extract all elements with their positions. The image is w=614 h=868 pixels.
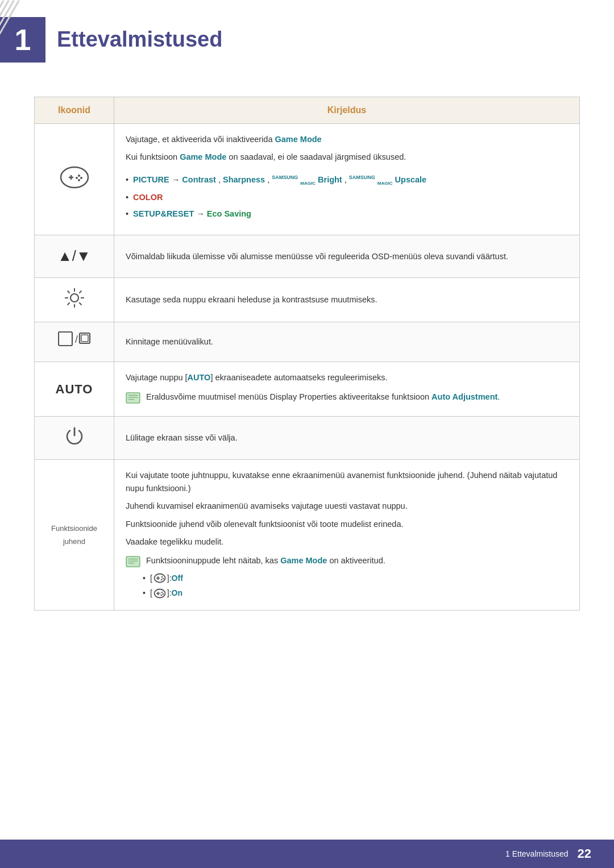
- svg-point-32: [162, 578, 164, 580]
- note-icon: [126, 392, 140, 404]
- svg-line-15: [67, 302, 69, 305]
- svg-line-13: [79, 302, 81, 305]
- gamemode-bullet-list: PICTURE → Contrast , Sharpness , SAMSUNG…: [126, 168, 568, 226]
- gamepad-on-icon: [154, 588, 166, 599]
- icon-cell-updown: ▲/▼: [35, 235, 114, 278]
- auto-note: Eraldusvõime muutmisel menüüs Display Pr…: [126, 391, 568, 404]
- icon-cell-power: [35, 416, 114, 459]
- svg-point-31: [161, 576, 163, 578]
- bullet-off: [ ]: Off: [143, 571, 568, 585]
- table-header-desc: Kirjeldus: [114, 97, 580, 124]
- gamemode-line2: Kui funktsioon Game Mode on saadaval, ei…: [126, 151, 568, 164]
- gamemode-line1: Vajutage, et aktiveerida või inaktiveeri…: [126, 133, 568, 146]
- svg-point-33: [160, 579, 162, 581]
- bullet-on: [ ]: On: [143, 585, 568, 600]
- auto-note-text: Eraldusvõime muutmisel menüüs Display Pr…: [146, 391, 500, 404]
- icons-table: Ikoonid Kirjeldus Vajutage, et aktivee: [34, 97, 580, 610]
- table-row: Kasutage seda nuppu ekraani heleduse ja …: [35, 278, 580, 322]
- sun-icon: [64, 287, 85, 309]
- desc-cell-confirm: Kinnitage menüüvalikut.: [114, 322, 580, 362]
- svg-point-0: [61, 167, 88, 188]
- table-row: Vajutage, et aktiveerida või inaktiveeri…: [35, 124, 580, 235]
- desc-cell-funk: Kui vajutate toote juhtnuppu, kuvatakse …: [114, 459, 580, 610]
- gamepad-icon: [60, 165, 89, 189]
- funk-p3: Funktsioonide juhend võib olenevalt funk…: [126, 518, 568, 531]
- note-icon-funk: [126, 556, 140, 567]
- bullet-picture: PICTURE → Contrast , Sharpness , SAMSUNG…: [126, 172, 568, 189]
- desc-cell-power: Lülitage ekraan sisse või välja.: [114, 416, 580, 459]
- icon-cell-sun: [35, 278, 114, 322]
- funk-p1: Kui vajutate toote juhtnuppu, kuvatakse …: [126, 469, 568, 495]
- svg-point-3: [78, 175, 80, 177]
- svg-point-40: [158, 592, 161, 595]
- auto-icon: AUTO: [56, 382, 93, 396]
- svg-line-14: [79, 291, 81, 293]
- updown-icon: ▲/▼: [57, 247, 91, 264]
- footer-page: 22: [578, 846, 591, 861]
- footer: 1 Ettevalmistused 22: [0, 840, 614, 868]
- icon-cell-gamepad: [35, 124, 114, 235]
- table-row: Lülitage ekraan sisse või välja.: [35, 416, 580, 459]
- table-header-icons: Ikoonid: [35, 97, 114, 124]
- chapter-header: 1 Ettevalmistused: [0, 0, 614, 85]
- funk-note-text: Funktsiooninuppude leht näitab, kas Game…: [146, 554, 385, 567]
- bullet-setup: SETUP&RESET → Eco Saving: [126, 206, 568, 222]
- table-row: ▲/▼ Võimaldab liikuda ülemisse või alumi…: [35, 235, 580, 278]
- bullet-color: COLOR: [126, 189, 568, 206]
- table-row: Funktsioonide juhend Kui vajutate toote …: [35, 459, 580, 610]
- table-row: AUTO Vajutage nuppu [AUTO] ekraaniseadet…: [35, 362, 580, 416]
- funklabel-text: Funktsioonide juhend: [51, 524, 97, 546]
- icon-cell-auto: AUTO: [35, 362, 114, 416]
- svg-line-12: [67, 291, 69, 293]
- desc-cell-gamemode: Vajutage, et aktiveerida või inaktiveeri…: [114, 124, 580, 235]
- desc-cell-updown: Võimaldab liikuda ülemisse või alumisse …: [114, 235, 580, 278]
- power-icon: [64, 426, 85, 446]
- funk-sub-bullets: [ ]: Off [: [126, 571, 568, 601]
- svg-point-38: [162, 593, 164, 595]
- stripe-decoration: [0, 0, 28, 57]
- svg-point-7: [70, 294, 78, 302]
- desc-cell-auto: Vajutage nuppu [AUTO] ekraaniseadete aut…: [114, 362, 580, 416]
- svg-rect-16: [59, 332, 72, 346]
- svg-rect-19: [81, 335, 88, 342]
- svg-point-6: [76, 177, 78, 179]
- funk-note: Funktsiooninuppude leht näitab, kas Game…: [126, 554, 568, 567]
- footer-text: 1 Ettevalmistused: [505, 849, 569, 858]
- icon-cell-confirm: /: [35, 322, 114, 362]
- updown-desc: Võimaldab liikuda ülemisse või alumisse …: [126, 252, 508, 261]
- power-desc: Lülitage ekraan sisse või välja.: [126, 433, 238, 442]
- gamepad-off-icon: [154, 573, 166, 583]
- table-row: / Kinnitage menüüvalikut.: [35, 322, 580, 362]
- auto-line1: Vajutage nuppu [AUTO] ekraaniseadete aut…: [126, 371, 568, 384]
- confirm-desc: Kinnitage menüüvalikut.: [126, 337, 213, 346]
- desc-cell-sun: Kasutage seda nuppu ekraani heleduse ja …: [114, 278, 580, 322]
- svg-rect-24: [126, 556, 140, 567]
- chapter-title: Ettevalmistused: [57, 17, 222, 52]
- svg-rect-20: [126, 393, 140, 403]
- funk-p4: Vaadake tegelikku mudelit.: [126, 535, 568, 549]
- funk-p2: Juhendi kuvamisel ekraanimenüü avamiseks…: [126, 500, 568, 513]
- svg-point-4: [80, 177, 82, 179]
- sun-desc: Kasutage seda nuppu ekraani heleduse ja …: [126, 295, 377, 304]
- svg-point-5: [78, 179, 80, 181]
- svg-point-37: [161, 591, 163, 593]
- icon-cell-funklabel: Funktsioonide juhend: [35, 459, 114, 610]
- confirm-icon: /: [58, 331, 91, 348]
- svg-text:/: /: [75, 334, 78, 345]
- svg-point-39: [160, 594, 162, 596]
